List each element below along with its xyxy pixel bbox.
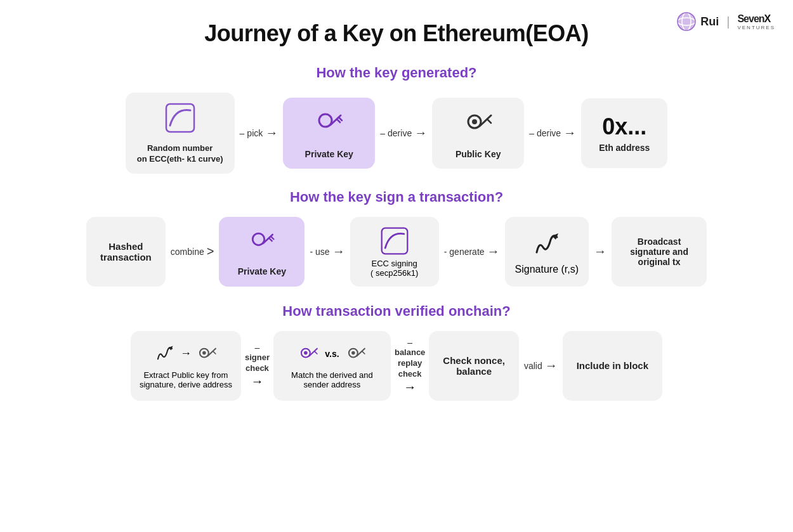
section2-title: How the key sign a transaction? — [25, 189, 768, 205]
broadcast-box: Broadcastsignature andoriginal tx — [612, 217, 707, 287]
dash2: – — [380, 128, 385, 138]
public-key-box: Public Key — [432, 98, 524, 169]
dash-gen: - — [444, 247, 447, 257]
dash-balance: – — [407, 337, 412, 347]
arrow1: → — [265, 126, 278, 140]
svg-line-12 — [487, 119, 491, 123]
arrow3: → — [563, 126, 576, 140]
svg-rect-17 — [381, 228, 407, 254]
arrow-broadcast-sym: → — [594, 244, 606, 259]
sig-label: Signature (r,s) — [515, 264, 579, 275]
arrow-combine: combine > — [166, 244, 220, 259]
ecc-label: ECC signing( secp256k1) — [370, 259, 418, 278]
extract-icons: → — [154, 342, 218, 365]
section1: How the key generated? Random numberon E… — [0, 58, 793, 185]
arrow-use: - use → — [305, 244, 350, 259]
section1-title: How the key generated? — [25, 65, 768, 81]
dash1: – — [240, 128, 245, 138]
balance-replay-arrow: – balancereplaycheck → — [391, 337, 429, 394]
ecc-icon — [379, 226, 410, 259]
extract-box: → Extract Public key fromsignature, deri… — [131, 331, 241, 401]
key-icon-2 — [462, 107, 495, 143]
dash-use: - — [310, 247, 313, 257]
arrow-gen-sym: → — [487, 244, 500, 259]
arrow-balance: → — [403, 380, 416, 394]
svg-point-10 — [472, 119, 477, 124]
private-key-box-2: Private Key — [219, 217, 305, 287]
include-box: Include in block — [563, 331, 662, 401]
section2-flow: Hashedtransaction combine > Private Key … — [25, 217, 768, 287]
sig-icon — [530, 228, 563, 264]
balance-replay-label: balancereplaycheck — [395, 347, 425, 380]
section3: How transaction verified onchain? → Ex — [0, 298, 793, 412]
random-box: Random numberon ECC(eth- k1 curve) — [126, 93, 235, 174]
ecc-box: ECC signing( secp256k1) — [350, 217, 439, 287]
curve-icon — [164, 101, 197, 138]
extract-arrow: → — [180, 347, 192, 360]
ecc-svg — [379, 226, 410, 256]
svg-point-27 — [351, 351, 355, 355]
arrow-valid-sym: → — [545, 358, 558, 373]
logo-divider: | — [726, 15, 730, 29]
dash3: – — [529, 128, 534, 138]
nonce-box: Check nonce,balance — [429, 331, 519, 401]
sig-icon-small — [154, 342, 176, 365]
svg-line-16 — [271, 236, 274, 239]
svg-rect-4 — [166, 104, 194, 132]
derive-label-2: derive — [537, 128, 561, 138]
key-icon-3 — [247, 226, 277, 261]
section2: How the key sign a transaction? Hashedtr… — [0, 185, 793, 298]
logo-area: Rui | SevenX VENTURES — [676, 11, 775, 32]
globe-icon — [676, 11, 697, 32]
svg-line-29 — [362, 351, 364, 354]
private-key-box-1: Private Key — [283, 98, 375, 169]
main-title: Journey of a Key on Ethereum(EOA) — [0, 0, 793, 58]
sevenx-label: SevenX — [737, 13, 770, 24]
arrow-combine-sym: > — [207, 244, 214, 259]
address-value: 0x... — [602, 114, 646, 140]
arrow-derive-2: – derive → — [524, 126, 581, 140]
section3-title: How transaction verified onchain? — [25, 303, 768, 320]
svg-line-25 — [315, 351, 317, 354]
arrow-valid: valid → — [519, 358, 563, 373]
eth-address-box: 0x... Eth address — [581, 98, 667, 168]
match-box: v.s. Match the derived andsender address — [273, 331, 391, 401]
private-key-label-1: Private Key — [305, 148, 353, 160]
valid-label: valid — [524, 361, 542, 371]
match-key2-icon — [344, 342, 367, 365]
vs-label: v.s. — [325, 349, 339, 359]
arrow2: → — [414, 126, 427, 140]
arrow-signer: → — [251, 374, 263, 389]
hashed-tx-box: Hashedtransaction — [86, 217, 166, 287]
key-svg-3 — [247, 226, 277, 257]
arrow-generate: - generate → — [439, 244, 505, 259]
rui-logo: Rui — [676, 11, 719, 32]
private-key-label-2: Private Key — [238, 266, 286, 277]
key-icon-1 — [313, 107, 346, 143]
sevenx-logo: SevenX VENTURES — [737, 13, 775, 30]
section1-flow: Random numberon ECC(eth- k1 curve) – pic… — [25, 93, 768, 174]
match-label: Match the derived andsender address — [291, 370, 373, 389]
public-key-label: Public Key — [455, 148, 501, 160]
rui-label: Rui — [700, 15, 719, 29]
svg-line-15 — [269, 238, 272, 241]
extract-label: Extract Public key fromsignature, derive… — [140, 370, 232, 389]
pick-label: pick — [247, 128, 263, 138]
svg-line-8 — [339, 117, 342, 120]
random-label: Random numberon ECC(eth- k1 curve) — [137, 143, 223, 165]
arrow-use-sym: → — [332, 244, 345, 259]
address-label: Eth address — [599, 143, 650, 153]
key-svg-2 — [462, 107, 495, 139]
match-key1-icon — [297, 342, 320, 365]
section3-flow: → Extract Public key fromsignature, deri… — [25, 331, 768, 401]
sig-svg — [530, 228, 563, 261]
curve-svg — [164, 101, 197, 134]
svg-point-19 — [202, 351, 206, 355]
gen-label: generate — [449, 247, 484, 257]
key-svg-1 — [313, 107, 346, 139]
derive-label-1: derive — [388, 128, 412, 138]
svg-line-7 — [337, 119, 340, 122]
signature-box: Signature (r,s) — [505, 217, 589, 287]
match-icons: v.s. — [297, 342, 367, 365]
key-icon-small — [195, 342, 218, 365]
